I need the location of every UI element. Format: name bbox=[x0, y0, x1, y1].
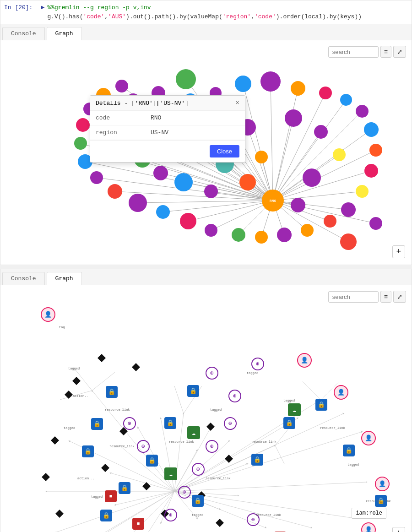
edge-label-1: tagged bbox=[68, 367, 80, 370]
edge-label-5: resource_link bbox=[109, 445, 135, 448]
edge-label-15: resource_link bbox=[320, 426, 345, 430]
modal-close-button[interactable]: Close bbox=[210, 145, 239, 157]
circle-node-7[interactable]: ⊕ bbox=[164, 509, 177, 521]
svg-line-68 bbox=[161, 418, 174, 491]
iam-node-2[interactable]: 👤 bbox=[334, 385, 348, 400]
bottom-section: Console Graph ≡ ⤢ bbox=[0, 269, 412, 532]
tab-console-top[interactable]: Console bbox=[2, 27, 45, 40]
resource-node-6[interactable]: 🔒 bbox=[100, 510, 112, 521]
tag-node-10[interactable] bbox=[141, 481, 152, 494]
modal-val-code: RNO bbox=[145, 111, 245, 125]
svg-line-91 bbox=[275, 445, 284, 464]
resource-node-2[interactable]: 🔒 bbox=[91, 418, 103, 430]
resource-node-13[interactable]: 🔒 bbox=[251, 454, 263, 466]
tab-console-bottom[interactable]: Console bbox=[2, 272, 45, 285]
resource-node-1[interactable]: 🔒 bbox=[106, 386, 118, 398]
tag-node-15[interactable] bbox=[224, 454, 234, 466]
tag-node-4[interactable] bbox=[50, 435, 60, 448]
edge-label-11: tagged bbox=[210, 408, 222, 412]
modal-footer: Close bbox=[90, 140, 245, 162]
circle-node-6[interactable]: ⊕ bbox=[178, 486, 191, 499]
tag-node-7[interactable] bbox=[131, 362, 141, 375]
bottom-list-button[interactable]: ≡ bbox=[380, 291, 391, 303]
svg-line-73 bbox=[174, 445, 275, 491]
cell-code: %%gremlin --g region -p v,inv g.V().has(… bbox=[47, 3, 362, 21]
bottom-zoom-plus[interactable]: + bbox=[392, 527, 405, 532]
bottom-search-input[interactable] bbox=[328, 291, 379, 303]
code-string-1: 'code' bbox=[83, 13, 104, 20]
jupyter-cell-top: In [20]: ▶ %%gremlin --g region -p v,inv… bbox=[0, 0, 412, 265]
tag-node-5[interactable] bbox=[41, 472, 51, 484]
svg-marker-97 bbox=[51, 436, 59, 445]
run-button[interactable]: ▶ bbox=[41, 3, 44, 11]
modal-table: code RNO region US-NV bbox=[90, 111, 245, 140]
svg-marker-107 bbox=[216, 519, 224, 527]
iam-node-5[interactable]: 👤 bbox=[361, 522, 376, 532]
green-node-3[interactable]: ☁ bbox=[288, 403, 301, 416]
tab-graph-bottom[interactable]: Graph bbox=[47, 272, 82, 285]
svg-line-78 bbox=[174, 482, 367, 491]
circle-node-4[interactable]: ⊕ bbox=[206, 440, 218, 453]
circle-node-2[interactable]: ⊕ bbox=[228, 390, 241, 402]
circle-node-11[interactable]: ⊕ bbox=[123, 417, 136, 430]
svg-marker-95 bbox=[98, 354, 106, 362]
edge-label-6: action... bbox=[77, 477, 95, 480]
edge-label-3: tagged bbox=[64, 426, 75, 430]
top-graph-area: ≡ ⤢ bbox=[0, 40, 412, 265]
edge-label-14: tagged bbox=[283, 399, 295, 402]
svg-line-82 bbox=[74, 491, 174, 532]
circle-node-5[interactable]: ⊕ bbox=[192, 463, 205, 476]
resource-node-8[interactable]: 🔒 bbox=[192, 495, 204, 507]
iam-node-4[interactable]: 👤 bbox=[375, 477, 390, 491]
resource-node-10[interactable]: 🔒 bbox=[187, 385, 199, 397]
svg-marker-98 bbox=[42, 473, 50, 481]
modal-header: Details - ['RNO']['US-NV'] × bbox=[90, 96, 245, 111]
modal-row-region: region US-NV bbox=[90, 125, 245, 140]
tag-node-3[interactable] bbox=[64, 390, 74, 402]
circle-node-8[interactable]: ⊕ bbox=[137, 440, 150, 453]
resource-node-15[interactable]: 🔒 bbox=[315, 399, 327, 411]
tag-node-1[interactable] bbox=[71, 376, 81, 388]
tag-node-9[interactable] bbox=[100, 463, 110, 475]
modal-key-region: region bbox=[90, 125, 145, 140]
edge-label-9: resource_link bbox=[206, 477, 231, 480]
tag-node-6[interactable] bbox=[54, 509, 65, 521]
tab-graph-top[interactable]: Graph bbox=[47, 27, 82, 40]
circle-node-1[interactable]: ⊕ bbox=[206, 367, 218, 380]
resource-node-16[interactable]: 🔒 bbox=[343, 445, 355, 456]
svg-marker-109 bbox=[206, 423, 215, 431]
circle-node-9[interactable]: ⊕ bbox=[251, 358, 264, 370]
green-node-1[interactable]: ☁ bbox=[164, 467, 177, 480]
resource-node-5[interactable]: 🔒 bbox=[119, 482, 130, 494]
red-node-1[interactable]: ■ bbox=[105, 490, 117, 502]
resource-node-9[interactable]: 🔒 bbox=[164, 417, 176, 429]
svg-line-88 bbox=[174, 386, 184, 413]
resource-node-3[interactable]: 🔒 bbox=[82, 445, 94, 457]
resource-node-4[interactable]: 🔒 bbox=[146, 455, 158, 467]
iam-node-3[interactable]: 👤 bbox=[361, 431, 376, 445]
iam-node-8[interactable]: 👤 bbox=[41, 307, 55, 322]
tag-node-16[interactable] bbox=[206, 422, 216, 434]
code-string-4: 'code' bbox=[255, 13, 276, 20]
tag-node-2[interactable] bbox=[97, 353, 107, 365]
modal-close-x[interactable]: × bbox=[236, 99, 239, 107]
edge-label-8: resource_link bbox=[169, 440, 194, 444]
edge-label-4: resource_link bbox=[105, 408, 130, 412]
code-string-3: 'region' bbox=[222, 13, 251, 20]
green-node-4[interactable]: ☁ bbox=[187, 426, 200, 439]
bottom-tab-bar: Console Graph bbox=[0, 269, 412, 285]
bottom-search-bar: ≡ ⤢ bbox=[328, 291, 406, 303]
cell-label: In [20]: bbox=[4, 3, 41, 11]
svg-marker-94 bbox=[72, 377, 81, 385]
circle-node-3[interactable]: ⊕ bbox=[224, 417, 237, 430]
bottom-fullscreen-button[interactable]: ⤢ bbox=[393, 291, 406, 303]
svg-marker-102 bbox=[101, 464, 109, 472]
resource-node-14[interactable]: 🔒 bbox=[283, 417, 295, 429]
svg-marker-99 bbox=[55, 510, 64, 518]
cell-input: In [20]: ▶ %%gremlin --g region -p v,inv… bbox=[0, 0, 412, 24]
iam-node-1[interactable]: 👤 bbox=[297, 353, 312, 368]
tag-node-14[interactable] bbox=[215, 518, 225, 530]
svg-marker-96 bbox=[65, 391, 73, 399]
edge-label-2: action... bbox=[73, 394, 90, 398]
red-node-2[interactable]: ■ bbox=[132, 518, 144, 530]
